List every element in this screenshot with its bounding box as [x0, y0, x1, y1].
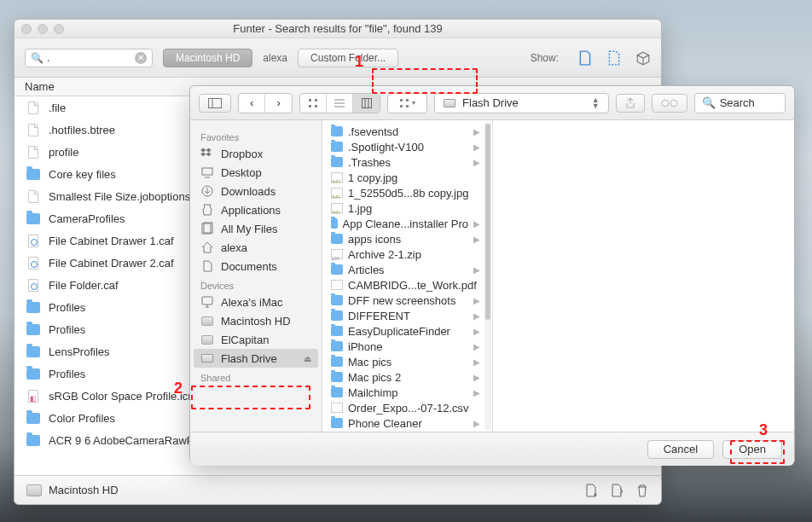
list-item[interactable]: Articles▶	[322, 262, 492, 277]
sidebar-item-alexa[interactable]: alexa	[190, 238, 322, 257]
desktop-icon	[200, 165, 214, 179]
list-item[interactable]: EasyDuplicateFinder▶	[322, 323, 492, 339]
dialog-search[interactable]: 🔍 Search	[694, 93, 786, 113]
profile-icon	[26, 389, 40, 403]
show-label: Show:	[531, 52, 559, 64]
sidebar-item-documents[interactable]: Documents	[190, 257, 322, 276]
chevron-right-icon: ▶	[473, 342, 484, 351]
share-button[interactable]	[616, 94, 645, 113]
scope-alexa[interactable]: alexa	[263, 52, 287, 64]
sidebar-item-macintosh-hd[interactable]: Macintosh HD	[190, 311, 322, 330]
list-item[interactable]: Order_Expo...-07-12.csv	[322, 400, 492, 415]
folder-icon	[331, 218, 338, 229]
svg-rect-9	[362, 98, 371, 107]
hidden-file-icon[interactable]	[606, 50, 622, 66]
open-button[interactable]: Open	[722, 440, 782, 459]
location-label: Flash Drive	[462, 96, 519, 109]
list-item[interactable]: photos▶	[322, 431, 492, 432]
scope-macintosh-hd[interactable]: Macintosh HD	[163, 49, 252, 67]
search-placeholder: Search	[720, 96, 755, 109]
folder-icon	[26, 411, 40, 425]
trash-icon[interactable]	[635, 484, 649, 497]
chevron-right-icon: ▶	[473, 219, 484, 229]
file-name: profile	[49, 146, 78, 159]
list-item[interactable]: apps icons▶	[322, 231, 492, 246]
scroll-thumb[interactable]	[485, 124, 490, 320]
list-item[interactable]: DIFFERENT▶	[322, 308, 492, 323]
group-arrange[interactable]: ▾	[387, 93, 427, 113]
list-item[interactable]: DFF new screenshots▶	[322, 293, 492, 308]
item-name: CAMBRIDG...te_Work.pdf	[348, 279, 477, 292]
eject-icon[interactable]: ⏏	[304, 354, 311, 363]
list-item[interactable]: Phone Cleaner▶	[322, 415, 492, 431]
icon-view[interactable]	[300, 94, 327, 113]
chevron-right-icon: ▶	[473, 327, 484, 336]
package-icon[interactable]	[635, 50, 651, 66]
list-item[interactable]: App Cleane...installer Pro▶	[322, 216, 492, 231]
list-item[interactable]: .fseventsd▶	[322, 124, 492, 139]
sidebar-item-alexa-s-imac[interactable]: Alexa's iMac	[190, 293, 322, 311]
new-file-icon[interactable]	[584, 484, 598, 497]
list-item[interactable]: 1.jpg	[322, 200, 492, 216]
usb-icon	[200, 351, 214, 365]
list-item[interactable]: .Spotlight-V100▶	[322, 139, 492, 154]
list-item[interactable]: .Trashes▶	[322, 154, 492, 170]
scrollbar[interactable]	[484, 122, 491, 430]
forward-button[interactable]: ›	[265, 94, 292, 113]
list-item[interactable]: Mac pics 2▶	[322, 369, 492, 385]
img-icon	[331, 172, 343, 183]
list-view[interactable]	[327, 94, 353, 113]
item-name: 1_52550d5...8b copy.jpg	[348, 187, 468, 200]
folder-icon	[331, 295, 343, 305]
item-name: DIFFERENT	[348, 310, 410, 322]
allfiles-icon	[200, 222, 214, 235]
file-name: CameraProfiles	[49, 212, 125, 225]
home-icon	[200, 241, 214, 254]
list-item[interactable]: CAMBRIDG...te_Work.pdf	[322, 277, 492, 293]
cancel-button[interactable]: Cancel	[647, 440, 714, 459]
file-name: File Cabinet Drawer 2.caf	[49, 257, 174, 270]
file-name: Smallest File Size.joboptions	[49, 190, 190, 203]
file-icon[interactable]	[577, 50, 593, 66]
scope-custom-folder[interactable]: Custom Folder...	[298, 49, 398, 67]
sidebar-item-applications[interactable]: Applications	[190, 200, 322, 219]
chevron-right-icon: ▶	[473, 357, 484, 367]
sidebar-item-flash-drive[interactable]: Flash Drive⏏	[194, 349, 318, 368]
column-browser[interactable]: .fseventsd▶.Spotlight-V100▶.Trashes▶1 co…	[322, 120, 794, 432]
list-item[interactable]: Archive 2-1.zip	[322, 246, 492, 262]
sidebar-item-all-my-files[interactable]: All My Files	[190, 219, 322, 238]
location-popup[interactable]: Flash Drive ▲▼	[434, 93, 609, 113]
close-icon[interactable]	[21, 24, 32, 34]
search-input[interactable]: 🔍 . ✕	[25, 49, 153, 67]
list-item[interactable]: Mailchimp▶	[322, 385, 492, 400]
list-item[interactable]: 1 copy.jpg	[322, 170, 492, 185]
chevron-updown-icon: ▲▼	[592, 97, 600, 109]
file-name: Profiles	[49, 368, 85, 380]
sidebar-item-downloads[interactable]: Downloads	[190, 182, 322, 200]
view-switch[interactable]	[299, 93, 380, 113]
chevron-right-icon: ▶	[473, 296, 484, 305]
sidebar-item-label: Alexa's iMac	[221, 296, 283, 309]
sidebar-item-dropbox[interactable]: Dropbox	[190, 144, 322, 163]
arrange-menu[interactable]: ▾	[388, 94, 426, 113]
col-name[interactable]: Name	[25, 80, 55, 93]
sidebar-toggle[interactable]	[199, 94, 231, 113]
sidebar-item-desktop[interactable]: Desktop	[190, 163, 322, 182]
reveal-icon[interactable]	[610, 484, 624, 497]
file-name: LensProfiles	[49, 345, 110, 358]
dialog-toolbar: ‹ › ▾ Flash Drive ▲▼ 🔍 Search	[190, 86, 794, 120]
chevron-right-icon: ▶	[473, 373, 484, 382]
zoom-icon[interactable]	[54, 24, 64, 34]
item-name: DFF new screenshots	[348, 294, 455, 307]
list-item[interactable]: 1_52550d5...8b copy.jpg	[322, 185, 492, 200]
list-item[interactable]: iPhone▶	[322, 339, 492, 354]
column-view[interactable]	[353, 94, 380, 113]
clear-icon[interactable]: ✕	[135, 52, 147, 64]
nav-back-forward[interactable]: ‹ ›	[238, 93, 293, 113]
window-controls[interactable]	[21, 24, 64, 34]
minimize-icon[interactable]	[38, 24, 48, 34]
sidebar-item-elcapitan[interactable]: ElCapitan	[190, 330, 322, 349]
list-item[interactable]: Mac pics▶	[322, 354, 492, 369]
tags-button[interactable]	[652, 94, 687, 113]
back-button[interactable]: ‹	[239, 94, 265, 113]
